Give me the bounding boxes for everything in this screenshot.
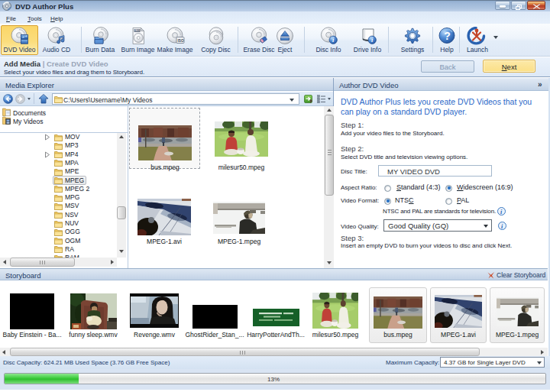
svg-text:ISO: ISO [178,39,184,43]
svg-text:ISO: ISO [134,29,139,32]
svg-text:?: ? [444,30,451,42]
